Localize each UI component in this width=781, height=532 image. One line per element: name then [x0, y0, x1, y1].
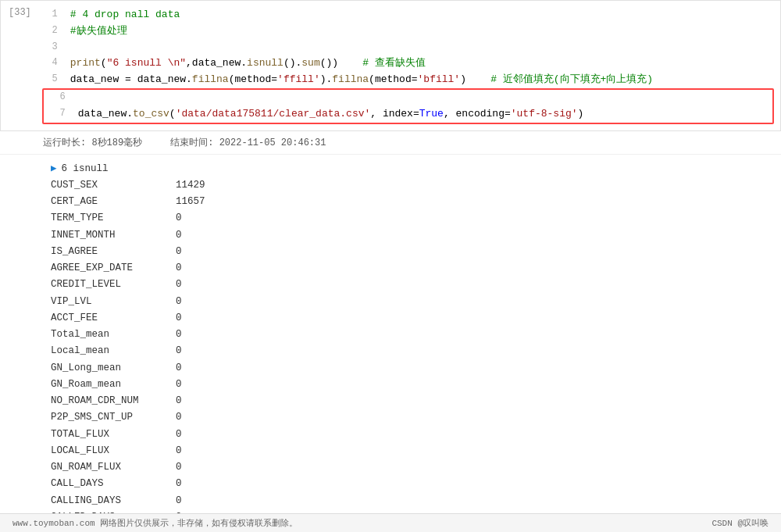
- output-row-vip-lvl: VIP_LVL 0: [43, 294, 781, 310]
- output-row-gn-roam-mean: GN_Roam_mean 0: [43, 377, 781, 393]
- output-row-acct-fee: ACCT_FEE 0: [43, 310, 781, 327]
- output-row-calling-days: CALLING_DAYS 0: [43, 493, 781, 509]
- notebook-container: [33] 1 # 4 drop nall data 2 #缺失值处理 3: [0, 0, 781, 532]
- footer-left: www.toymoban.com 网络图片仅供展示，非存储，如有侵权请联系删除。: [12, 517, 298, 529]
- output-row-gn-long-mean: GN_Long_mean 0: [43, 360, 781, 377]
- output-row-innet-month: INNET_MONTH 0: [43, 227, 781, 244]
- code-line-5: 5 data_new = data_new.fillna(method='ffi…: [36, 72, 780, 88]
- output-row-local-flux: LOCAL_FLUX 0: [43, 443, 781, 459]
- code-line-1: 1 # 4 drop nall data: [36, 7, 780, 23]
- output-row-total-flux: TOTAL_FLUX 0: [43, 427, 781, 443]
- footer-right: CSDN @叹叫唤: [711, 517, 769, 529]
- output-header: ▶ 6 isnull: [43, 161, 781, 177]
- output-row-cust-sex: CUST_SEX 11429: [43, 177, 781, 194]
- runtime-end-time: 结束时间: 2022-11-05 20:46:31: [170, 137, 326, 148]
- code-line-6: 6: [44, 90, 772, 106]
- footer: www.toymoban.com 网络图片仅供展示，非存储，如有侵权请联系删除。…: [0, 513, 781, 532]
- output-row-no-roam-cdr-num: NO_ROAM_CDR_NUM 0: [43, 393, 781, 409]
- cell-output: ▶ 6 isnull CUST_SEX 11429 CERT_AGE 11657…: [0, 155, 781, 532]
- output-table: CUST_SEX 11429 CERT_AGE 11657 TERM_TYPE …: [43, 177, 781, 532]
- highlighted-lines-box: 6 7 data_new.to_csv('data/data175811/cle…: [42, 88, 774, 124]
- runtime-duration: 运行时长: 8秒189毫秒: [43, 137, 142, 148]
- code-line-2: 2 #缺失值处理: [36, 23, 780, 40]
- output-row-agree-exp-date: AGREE_EXP_DATE 0: [43, 260, 781, 277]
- output-row-term-type: TERM_TYPE 0: [43, 210, 781, 227]
- output-row-total-mean: Total_mean 0: [43, 327, 781, 343]
- notebook-cell: [33] 1 # 4 drop nall data 2 #缺失值处理 3: [0, 0, 781, 131]
- code-lines: 1 # 4 drop nall data 2 #缺失值处理 3 4 print(…: [36, 1, 780, 130]
- code-line-7: 7 data_new.to_csv('data/data175811/clear…: [44, 106, 772, 123]
- output-row-gn-roam-flux: GN_ROAM_FLUX 0: [43, 459, 781, 476]
- code-line-4: 4 print("6 isnull \n",data_new.isnull().…: [36, 55, 780, 72]
- output-row-call-days: CALL_DAYS 0: [43, 476, 781, 492]
- execution-count: [33]: [1, 1, 36, 130]
- output-row-credit-level: CREDIT_LEVEL 0: [43, 277, 781, 293]
- output-row-p2p-sms-cnt-up: P2P_SMS_CNT_UP 0: [43, 409, 781, 426]
- output-row-is-agree: IS_AGREE 0: [43, 244, 781, 260]
- output-row-cert-age: CERT_AGE 11657: [43, 194, 781, 210]
- runtime-info: 运行时长: 8秒189毫秒 结束时间: 2022-11-05 20:46:31: [0, 131, 781, 155]
- output-row-local-mean: Local_mean 0: [43, 343, 781, 359]
- cell-execution-area: [33] 1 # 4 drop nall data 2 #缺失值处理 3: [1, 1, 780, 130]
- code-line-3: 3: [36, 40, 780, 56]
